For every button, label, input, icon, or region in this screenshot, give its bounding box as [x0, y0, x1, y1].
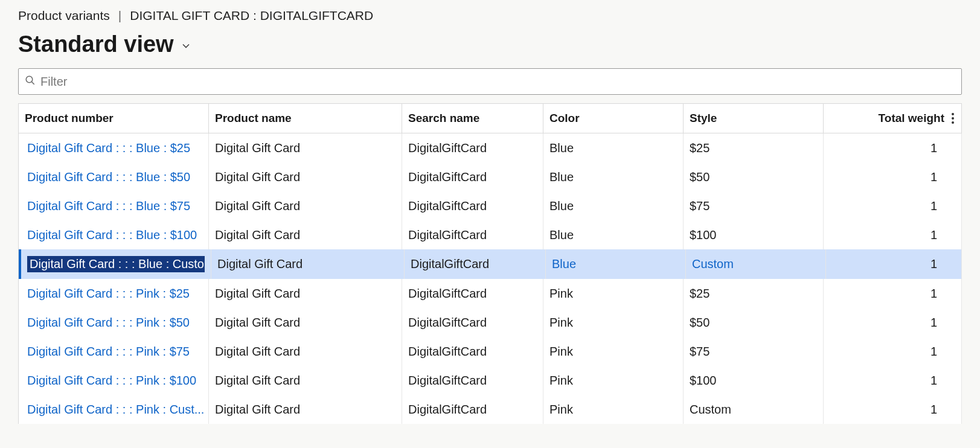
cell-style[interactable]: $100 [684, 220, 824, 249]
cell-total-weight: 1 [824, 337, 962, 366]
cell-total-weight: 1 [824, 162, 962, 191]
cell-color[interactable]: Pink [543, 395, 684, 424]
column-header-search-name[interactable]: Search name [402, 104, 543, 133]
cell-product-name: Digital Gift Card [209, 337, 402, 366]
more-vertical-icon[interactable] [949, 110, 956, 126]
column-header-total-weight[interactable]: Total weight [824, 104, 962, 133]
cell-style[interactable]: $50 [684, 308, 824, 337]
cell-search-name: DigitalGiftCard [402, 220, 543, 249]
table-row[interactable]: Digital Gift Card : : : Blue : $50Digita… [19, 162, 962, 191]
product-number-link[interactable]: Digital Gift Card : : : Blue : $75 [27, 199, 190, 213]
cell-color[interactable]: Blue [546, 249, 686, 279]
table-row[interactable]: Digital Gift Card : : : Blue : CustomDig… [19, 249, 962, 279]
table-row[interactable]: Digital Gift Card : : : Pink : $75Digita… [19, 337, 962, 366]
cell-product-name: Digital Gift Card [209, 395, 402, 424]
cell-total-weight: 1 [824, 366, 962, 395]
cell-total-weight: 1 [824, 279, 962, 308]
view-title-row[interactable]: Standard view [18, 31, 962, 57]
product-number-link[interactable]: Digital Gift Card : : : Pink : Cust... [27, 403, 204, 417]
product-number-link[interactable]: Digital Gift Card : : : Blue : $100 [27, 228, 197, 242]
cell-color[interactable]: Blue [543, 220, 684, 249]
page-title: Standard view [18, 31, 174, 57]
cell-product-number[interactable]: Digital Gift Card : : : Blue : $50 [19, 162, 209, 191]
cell-search-name: DigitalGiftCard [402, 395, 543, 424]
table-row[interactable]: Digital Gift Card : : : Pink : $100Digit… [19, 366, 962, 395]
product-number-link[interactable]: Digital Gift Card : : : Blue : $50 [27, 170, 190, 184]
cell-total-weight: 1 [824, 191, 962, 220]
table-row[interactable]: Digital Gift Card : : : Blue : $75Digita… [19, 191, 962, 220]
cell-search-name: DigitalGiftCard [405, 249, 546, 279]
product-number-link[interactable]: Digital Gift Card : : : Pink : $25 [27, 287, 190, 301]
cell-product-name: Digital Gift Card [209, 279, 402, 308]
product-number-link[interactable]: Digital Gift Card : : : Pink : $75 [27, 345, 190, 359]
cell-product-number[interactable]: Digital Gift Card : : : Pink : Cust... [19, 395, 209, 424]
cell-search-name: DigitalGiftCard [402, 162, 543, 191]
svg-line-1 [31, 82, 34, 85]
breadcrumb-root[interactable]: Product variants [18, 8, 110, 23]
cell-search-name: DigitalGiftCard [402, 366, 543, 395]
cell-product-number[interactable]: Digital Gift Card : : : Blue : Custom [21, 249, 211, 279]
product-number-link[interactable]: Digital Gift Card : : : Pink : $50 [27, 316, 190, 330]
filter-box[interactable] [18, 68, 962, 95]
cell-product-number[interactable]: Digital Gift Card : : : Pink : $25 [19, 279, 209, 308]
cell-product-name: Digital Gift Card [211, 249, 405, 279]
cell-color[interactable]: Blue [543, 133, 684, 162]
product-number-link[interactable]: Digital Gift Card : : : Blue : $25 [27, 141, 190, 155]
breadcrumb-separator: | [118, 8, 121, 23]
cell-style[interactable]: $75 [684, 191, 824, 220]
cell-product-name: Digital Gift Card [209, 162, 402, 191]
cell-product-name: Digital Gift Card [209, 133, 402, 162]
search-icon [25, 75, 36, 89]
cell-style[interactable]: Custom [684, 395, 824, 424]
cell-product-number[interactable]: Digital Gift Card : : : Pink : $50 [19, 308, 209, 337]
cell-color[interactable]: Pink [543, 279, 684, 308]
cell-product-name: Digital Gift Card [209, 308, 402, 337]
cell-color[interactable]: Blue [543, 162, 684, 191]
cell-product-name: Digital Gift Card [209, 220, 402, 249]
cell-style[interactable]: $25 [684, 279, 824, 308]
cell-color[interactable]: Pink [543, 337, 684, 366]
cell-product-name: Digital Gift Card [209, 191, 402, 220]
cell-product-number[interactable]: Digital Gift Card : : : Pink : $75 [19, 337, 209, 366]
column-header-product-number[interactable]: Product number [19, 104, 209, 133]
grid-header-row: Product number Product name Search name … [19, 104, 962, 133]
filter-input[interactable] [36, 71, 955, 92]
table-row[interactable]: Digital Gift Card : : : Pink : Cust...Di… [19, 395, 962, 424]
cell-product-number[interactable]: Digital Gift Card : : : Blue : $25 [19, 133, 209, 162]
product-number-link[interactable]: Digital Gift Card : : : Blue : Custom [27, 256, 205, 272]
column-header-total-weight-label: Total weight [879, 112, 944, 125]
cell-search-name: DigitalGiftCard [402, 191, 543, 220]
cell-search-name: DigitalGiftCard [402, 308, 543, 337]
chevron-down-icon[interactable] [180, 34, 192, 56]
svg-point-0 [26, 76, 33, 83]
product-number-link[interactable]: Digital Gift Card : : : Pink : $100 [27, 374, 196, 388]
column-header-product-name[interactable]: Product name [209, 104, 402, 133]
cell-style[interactable]: $75 [684, 337, 824, 366]
cell-total-weight: 1 [824, 220, 962, 249]
cell-style[interactable]: $25 [684, 133, 824, 162]
cell-total-weight: 1 [824, 133, 962, 162]
cell-style[interactable]: $50 [684, 162, 824, 191]
cell-total-weight: 1 [824, 308, 962, 337]
cell-search-name: DigitalGiftCard [402, 337, 543, 366]
breadcrumb-item[interactable]: DIGITAL GIFT CARD : DIGITALGIFTCARD [130, 8, 373, 23]
table-row[interactable]: Digital Gift Card : : : Pink : $25Digita… [19, 279, 962, 308]
cell-search-name: DigitalGiftCard [402, 133, 543, 162]
cell-style[interactable]: Custom [686, 249, 826, 279]
column-header-style[interactable]: Style [684, 104, 824, 133]
cell-product-number[interactable]: Digital Gift Card : : : Blue : $75 [19, 191, 209, 220]
cell-color[interactable]: Blue [543, 191, 684, 220]
table-row[interactable]: Digital Gift Card : : : Blue : $100Digit… [19, 220, 962, 249]
table-row[interactable]: Digital Gift Card : : : Pink : $50Digita… [19, 308, 962, 337]
column-header-color[interactable]: Color [543, 104, 684, 133]
cell-search-name: DigitalGiftCard [402, 279, 543, 308]
table-row[interactable]: Digital Gift Card : : : Blue : $25Digita… [19, 133, 962, 162]
product-variants-grid: Product number Product name Search name … [18, 103, 962, 424]
cell-product-number[interactable]: Digital Gift Card : : : Blue : $100 [19, 220, 209, 249]
cell-color[interactable]: Pink [543, 308, 684, 337]
cell-product-name: Digital Gift Card [209, 366, 402, 395]
cell-total-weight: 1 [824, 395, 962, 424]
cell-product-number[interactable]: Digital Gift Card : : : Pink : $100 [19, 366, 209, 395]
cell-color[interactable]: Pink [543, 366, 684, 395]
cell-style[interactable]: $100 [684, 366, 824, 395]
